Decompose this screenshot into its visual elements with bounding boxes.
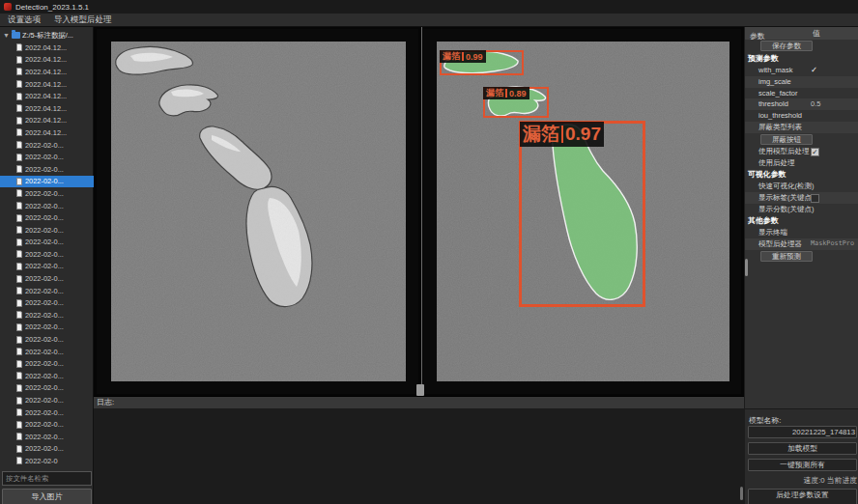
tree-file-row[interactable]: 2022-02-0...	[0, 176, 94, 188]
tree-file-row[interactable]: 2022.04.12...	[0, 66, 94, 78]
splitter-grip[interactable]	[416, 384, 424, 396]
param-row[interactable]: 预测参数	[745, 53, 858, 66]
param-row[interactable]: 其他参数	[745, 215, 858, 228]
param-value[interactable]: ✓	[811, 148, 819, 156]
tree-file-row[interactable]: 2022.04.12...	[0, 115, 94, 127]
tree-file-row[interactable]: 2022-02-0...	[0, 261, 94, 273]
tree-root-row[interactable]: ▼ Z:/5-标注数据/...	[0, 29, 94, 42]
tree-file-label: 2022-02-0...	[25, 202, 64, 210]
tree-file-label: 2022-02-0...	[25, 213, 64, 222]
tree-file-label: 2022-02-0...	[25, 141, 64, 150]
tree-file-row[interactable]: 2022-02-0...	[0, 370, 94, 382]
param-row[interactable]: 屏蔽按钮	[745, 133, 858, 147]
tree-file-row[interactable]: 2022-02-0...	[0, 443, 94, 456]
tree-file-row[interactable]: 2022-02-0...	[0, 309, 94, 322]
tree-file-label: 2022-02-0...	[25, 433, 64, 441]
param-label: 保存参数	[760, 41, 813, 51]
tree-file-label: 2022-02-0...	[25, 322, 64, 331]
tree-file-row[interactable]: 2022-02-0	[0, 455, 94, 467]
param-row[interactable]: 快速可视化(检测)	[745, 181, 858, 192]
tree-file-label: 2022-02-0...	[25, 444, 64, 453]
search-input[interactable]	[2, 471, 92, 486]
tree-file-row[interactable]: 2022-02-0...	[0, 406, 94, 419]
tree-file-row[interactable]: 2022.04.12...	[0, 126, 94, 139]
param-row[interactable]: img_scale	[745, 76, 858, 88]
tree-file-row[interactable]: 2022-02-0...	[0, 418, 94, 431]
file-icon	[16, 433, 22, 440]
file-icon	[16, 457, 22, 464]
postproc-settings-button[interactable]: 后处理参数设置	[748, 489, 857, 504]
param-row[interactable]: 使用后处理	[745, 157, 858, 169]
tree-file-row[interactable]: 2022-02-0...	[0, 346, 94, 358]
menu-item-import-postproc[interactable]: 导入模型后处理	[54, 14, 112, 26]
tree-file-row[interactable]: 2022-02-0...	[0, 163, 94, 176]
tree-file-row[interactable]: 2022-02-0...	[0, 382, 94, 395]
param-value[interactable]: 0.5	[811, 98, 820, 110]
param-row[interactable]: 模型后处理器 MaskPostPro	[745, 238, 858, 250]
param-row[interactable]: with_mask ✓	[745, 65, 858, 76]
tree-file-row[interactable]: 2022-02-0...	[0, 431, 94, 443]
file-icon	[16, 238, 22, 246]
tree-file-label: 2022-02-0...	[25, 287, 64, 295]
param-value[interactable]: MaskPostPro	[811, 238, 854, 250]
file-icon	[16, 226, 22, 234]
tree-file-row[interactable]: 2022-02-0...	[0, 187, 94, 200]
tree-file-row[interactable]: 2022.04.12...	[0, 102, 94, 115]
menubar: 设置选项 导入模型后处理	[0, 14, 858, 27]
param-row[interactable]: 屏蔽类型列表	[745, 122, 858, 133]
param-row[interactable]: iou_threshold	[745, 110, 858, 122]
tree-file-label: 2022-02-0...	[25, 250, 64, 259]
menu-item-settings[interactable]: 设置选项	[8, 14, 41, 26]
param-label: 屏蔽按钮	[760, 134, 813, 145]
param-row[interactable]: scale_factor	[745, 88, 858, 99]
log-scrollbar[interactable]	[740, 487, 743, 500]
image-viewer: 漏箔0.99漏箔0.89漏箔0.97	[94, 27, 744, 396]
tree-file-row[interactable]: 2022-02-0...	[0, 139, 94, 152]
tree-file-row[interactable]: 2022-02-0...	[0, 333, 94, 346]
tree-file-row[interactable]: 2022-02-0...	[0, 224, 94, 237]
params-header: 参数 值	[745, 27, 858, 40]
load-model-button[interactable]: 加载模型	[748, 442, 857, 455]
tree-file-row[interactable]: 2022-02-0...	[0, 237, 94, 249]
predict-all-button[interactable]: 一键预测所有	[748, 459, 857, 471]
tree-file-row[interactable]: 2022-02-0...	[0, 357, 94, 370]
tree-file-row[interactable]: 2022-02-0...	[0, 200, 94, 212]
param-label: 使用模型后处理	[758, 147, 810, 155]
param-row[interactable]: 显示标签(关键点)	[745, 192, 858, 204]
tree-file-row[interactable]: 2022.04.12...	[0, 42, 94, 54]
tree-file-row[interactable]: 2022-02-0...	[0, 151, 94, 163]
tree-file-label: 2022.04.12...	[25, 43, 67, 52]
tree-file-row[interactable]: 2022-02-0...	[0, 272, 94, 285]
param-row[interactable]: 可视化参数	[745, 169, 858, 182]
parameters-panel: 参数 值 保存参数 预测参数 with_mask ✓ img_scale sca…	[744, 27, 858, 504]
tree-file-row[interactable]: 2022-02-0...	[0, 248, 94, 261]
file-icon	[16, 384, 22, 392]
file-icon	[16, 56, 22, 64]
tree-file-row[interactable]: 2022-02-0...	[0, 394, 94, 406]
param-row[interactable]: 使用模型后处理 ✓	[745, 146, 858, 157]
param-row[interactable]: threshold 0.5	[745, 98, 858, 110]
param-row[interactable]: 显示分数(关键点)	[745, 204, 858, 215]
param-row[interactable]: 重新预测	[745, 250, 858, 264]
tree-file-row[interactable]: 2022-02-0...	[0, 211, 94, 224]
tree-file-label: 2022-02-0	[25, 457, 58, 465]
param-row[interactable]: 保存参数	[745, 40, 858, 53]
tree-file-label: 2022-02-0...	[25, 408, 64, 417]
model-name-field[interactable]: 20221225_174813	[748, 426, 857, 438]
tree-file-row[interactable]: 2022.04.12...	[0, 54, 94, 67]
app-title: Detection_2023.1.5.1	[15, 3, 89, 12]
param-value[interactable]	[811, 194, 819, 203]
file-icon	[16, 421, 22, 429]
detection-label: 漏箔0.99	[440, 50, 486, 63]
param-value[interactable]: ✓	[811, 65, 817, 76]
tree-file-row[interactable]: 2022-02-0...	[0, 322, 94, 334]
import-image-button[interactable]: 导入图片	[2, 489, 92, 504]
tree-file-row[interactable]: 2022.04.12...	[0, 90, 94, 102]
tree-file-row[interactable]: 2022-02-0...	[0, 296, 94, 309]
tree-file-label: 2022-02-0...	[25, 311, 64, 320]
file-icon	[16, 93, 22, 100]
tree-file-row[interactable]: 2022-02-0...	[0, 285, 94, 297]
param-label: 使用后处理	[758, 158, 795, 167]
tree-file-row[interactable]: 2022.04.12...	[0, 78, 94, 91]
param-row[interactable]: 显示终端	[745, 227, 858, 238]
